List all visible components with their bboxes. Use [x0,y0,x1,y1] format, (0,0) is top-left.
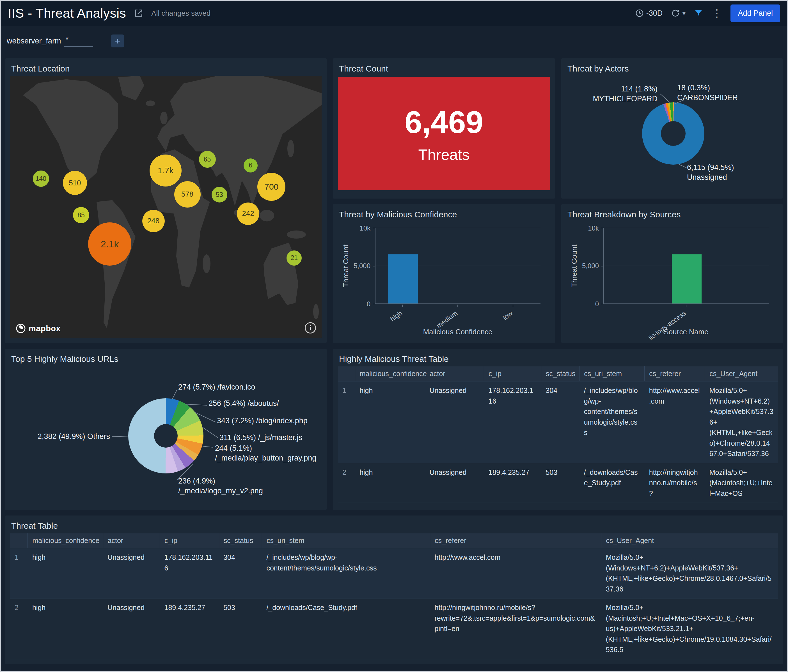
column-header[interactable]: cs_referer [430,533,601,548]
actor-callout-carbonspider: 18 (0.3%) CARBONSPIDER [677,83,738,103]
threat-table: malicious_confidence actor c_ip sc_statu… [10,533,778,659]
urls-donut-chart[interactable] [128,398,203,474]
column-header[interactable]: c_ip [484,366,541,382]
column-header[interactable]: cs_uri_stem [262,533,430,548]
time-range-button[interactable]: -30D [635,9,663,17]
confidence-high-bar[interactable] [388,254,418,303]
cell-malicious-confidence: high [28,599,103,659]
column-header[interactable]: malicious_confidence [28,533,103,548]
panel-title: Threat Breakdown by Sources [561,204,783,222]
filter-bar: webserver_farm * + [0,26,788,55]
y-tick-mark [601,228,603,228]
callout-line [112,436,129,437]
map-marker[interactable]: 242 [237,203,259,225]
cell-cs-user-agent: Mozilla/5.0+(Macintosh;+U;+Intel+Mac+OS+… [601,599,778,659]
map-marker[interactable]: 53 [211,187,227,203]
sources-bar[interactable] [672,254,702,303]
filter-value-input[interactable]: * [64,35,93,47]
clock-icon [635,9,644,17]
map-marker[interactable]: 578 [174,181,201,208]
column-header[interactable]: actor [103,533,160,548]
chevron-down-icon: ▾ [682,9,686,17]
y-tick-mark [373,304,375,304]
filter-button[interactable] [694,9,703,17]
table-row: 1 high Unassigned 178.162.203.116 304 /_… [10,548,778,599]
column-header[interactable]: c_ip [160,533,219,548]
cell-malicious-confidence: high [28,548,103,599]
column-header-index [10,533,28,548]
table-header-row: malicious_confidence actor c_ip sc_statu… [338,366,778,382]
column-header[interactable]: actor [425,366,484,382]
callout-line [202,427,218,438]
threat-count-tile[interactable]: 6,469 Threats [338,77,550,190]
column-header[interactable]: cs_User_Agent [601,533,778,548]
column-header[interactable]: cs_uri_stem [580,366,645,382]
gridline [375,228,540,228]
callout-line [203,446,213,447]
cell-cs-user-agent: Mozilla/5.0+(Windows+NT+6.2)+AppleWebKit… [601,548,778,599]
row-index: 1 [338,382,355,463]
actor-name: Unassigned [687,173,734,182]
actor-callout-unassigned: 6,115 (94.5%) Unassigned [687,163,734,182]
top-bar: IIS - Threat Analysis All changes saved … [0,0,788,26]
kebab-icon: ⋮ [712,8,722,19]
time-range-value: -30D [646,9,663,17]
y-tick-label: 0 [333,300,370,308]
bar-chart-plot [375,228,540,304]
cell-c-ip: 178.162.203.116 [160,548,219,599]
actors-donut-chart[interactable] [642,102,704,165]
column-header[interactable]: sc_status [219,533,262,548]
x-tick-mark [686,304,686,307]
world-map[interactable]: 140 510 85 2.1k 248 1.7k 578 65 53 6 700… [10,76,322,338]
mapbox-attribution[interactable]: mapbox [16,323,60,333]
row-index: 2 [10,599,28,659]
world-map-graphic [10,76,322,338]
y-tick-mark [601,304,603,304]
more-options-button[interactable]: ⋮ [712,8,722,19]
map-marker[interactable]: 65 [199,151,216,168]
map-marker[interactable]: 700 [257,173,285,201]
cell-sc-status: 304 [541,382,579,463]
map-info-button[interactable]: i [305,322,316,333]
dashboard-title: IIS - Threat Analysis [8,6,126,21]
cell-actor: Unassigned [425,382,484,463]
threat-count-value: 6,469 [405,104,483,140]
map-marker[interactable]: 2.1k [88,222,131,266]
cell-cs-user-agent: Mozilla/5.0+(Windows+NT+6.2)+AppleWebKit… [705,382,778,463]
column-header[interactable]: cs_User_Agent [705,366,778,382]
map-marker[interactable]: 21 [286,250,302,266]
map-marker[interactable]: 1.7k [149,155,181,187]
cell-sc-status: 304 [219,548,262,599]
map-marker[interactable]: 510 [63,171,87,195]
panel-threat-location: Threat Location [5,58,327,343]
y-tick-label: 5,000 [333,262,370,270]
panel-threat-table: Threat Table malicious_confidence actor … [5,515,783,664]
map-marker[interactable]: 85 [73,207,89,223]
column-header-index [338,366,355,382]
filter-funnel-icon [694,9,703,17]
column-header[interactable]: malicious_confidence [355,366,425,382]
share-button[interactable] [134,8,143,18]
cell-cs-user-agent: Mozilla/5.0+(Macintosh;+U;+Intel+Mac+OS [705,463,778,503]
map-marker[interactable]: 248 [142,210,165,232]
callout-line [660,94,671,104]
row-index: 1 [10,548,28,599]
x-tick-mark [513,304,513,307]
y-tick-label: 10k [561,224,599,232]
cell-cs-referer: http://ningwitjohnno.ru/mobile/s? [645,463,705,503]
add-panel-button[interactable]: Add Panel [731,5,780,22]
bar-chart-plot [603,228,769,304]
cell-cs-referer: http://www.accel.com [430,548,601,599]
column-header[interactable]: cs_referer [645,366,705,382]
actor-value: 6,115 (94.5%) [687,163,734,172]
cell-actor: Unassigned [425,463,484,503]
map-marker[interactable]: 6 [243,158,257,173]
column-header[interactable]: sc_status [541,366,579,382]
y-tick-mark [373,266,375,266]
panel-threat-by-malicious-confidence: Threat by Malicious Confidence Threat Co… [333,204,555,343]
refresh-button[interactable]: ▾ [671,9,686,17]
add-filter-button[interactable]: + [111,35,124,48]
url-callout-blog-index: 343 (7.2%) /blog/index.php [217,416,308,426]
y-tick-mark [373,228,375,228]
map-marker[interactable]: 140 [33,171,49,187]
